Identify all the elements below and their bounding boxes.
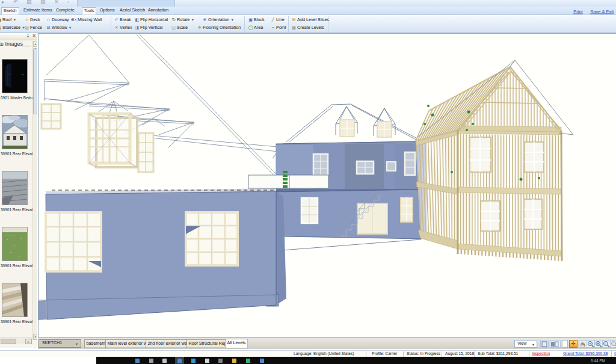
zoom-in-icon[interactable] [594,340,603,348]
scrollbar-thumb[interactable] [33,48,37,114]
pin-icon[interactable]: ↧ [26,33,30,39]
ribbon-button-window[interactable]: ⊟Window▼ [46,25,72,31]
full-view-button[interactable] [540,340,549,348]
ribbon-button-staircase[interactable]: ▤Staircase▼ [0,25,25,31]
horizontal-scrollbar[interactable]: ▸ [0,338,32,344]
status-separator [474,351,475,357]
ribbon-button-block[interactable]: ▣Block [248,17,265,23]
zoom-out-icon[interactable] [587,340,595,348]
thumbnail-label: 30901 Rear Elevati [1,208,36,212]
ribbon-button-scale[interactable]: ◱Scale [171,25,188,31]
ribbon-button-fence[interactable]: ▤Fence [24,25,42,31]
quick-access-toolbar[interactable]: ▸ ↶ ▤ ▥ ✕ ◦ ▽ [2,0,86,5]
scroll-right-icon[interactable]: ▸ [25,339,32,344]
image-thumbnail[interactable] [2,283,28,317]
status-separator [442,351,442,357]
ribbon-button-flip-horizontal[interactable]: ◧Flip Horizontal [134,17,168,23]
status-item: Profile: Carrier [372,351,398,356]
taskbar-clock: 6:44 PM [591,359,605,363]
view-selector[interactable]: View▼ [514,340,537,348]
select-tool-button[interactable]: ✛ [569,340,578,348]
ribbon-button-add-level-slices[interactable]: ⊞Add Level Slices [291,17,329,23]
split-view-button[interactable] [550,340,561,348]
title-bar: ▸ ↶ ▤ ▥ ✕ ◦ ▽ [0,0,616,7]
image-thumbnail[interactable] [2,115,28,149]
taskbar-app-icon[interactable] [218,359,223,363]
tab-complete[interactable]: Complete [54,7,76,14]
pan-tool-icon[interactable] [579,340,587,348]
status-bar: Language: English (United States)Profile… [0,350,616,357]
image-thumbnail[interactable] [2,227,28,261]
ribbon-button-area[interactable]: ◯Area [248,25,263,31]
taskbar-app-icon[interactable] [162,359,167,363]
tab-annotation[interactable]: Annotation [146,7,170,14]
image-thumbnail[interactable] [2,59,28,93]
save-exit-link[interactable]: Save & Exit [590,9,614,14]
image-thumbnail[interactable] [2,171,28,205]
ribbon-button-rotate[interactable]: ↻Rotate▼ [171,17,194,23]
taskbar-app-icon[interactable] [205,359,209,363]
sketch-selector[interactable]: SKETCH1▼ [38,339,81,348]
print-link[interactable]: Print [573,9,582,14]
ribbon-button-flip-vertical[interactable]: ◨Flip Vertical [134,25,162,31]
status-item: Language: English (United States) [294,351,354,356]
thumbnail-label: 30901 Rear Elevati [1,319,36,324]
zoom-selection-icon[interactable] [610,340,616,348]
ribbon-button-deck[interactable]: ⌂Deck [24,17,40,23]
addlevel-icon: ⊞ [291,17,297,22]
ribbon-separator [111,16,111,32]
point-icon: • [270,25,276,30]
scroll-up-icon[interactable]: ▲ [33,41,37,47]
level-tab-all-levels[interactable]: All Levels [225,339,248,348]
ribbon-button-doorway[interactable]: ∩Doorway▼ [46,17,73,23]
scale-icon: ◱ [171,25,176,30]
status-separator [403,351,404,357]
taskbar-app-icon[interactable] [260,359,264,363]
level-tab-main-level-exterior-wa[interactable]: Main level exterior wa [105,339,152,348]
status-separator [366,351,366,357]
vertical-scrollbar[interactable]: ▲ ▼ [32,41,37,340]
ribbon-button-roof[interactable]: ◢Roof▼ [0,17,16,23]
tab-estimate-items[interactable]: Estimate Items [22,7,54,14]
hscrollbar-thumb[interactable] [1,339,16,344]
ribbon-button-line[interactable]: ╱Line [270,17,285,23]
taskbar-app-icon[interactable] [246,359,250,363]
flooring-icon: ❖ [197,25,202,30]
estimate-images-panel: ↧ ✕ Estimate Images 0901 Master Bedro309… [0,33,37,348]
tab-sketch[interactable]: Sketch [1,7,19,14]
taskbar-app-icon[interactable] [135,359,140,363]
tab-tools[interactable]: Tools [82,7,96,14]
ribbon-button-missing-wall[interactable]: 3×Missing Wall [72,17,102,23]
close-icon[interactable]: ✕ [32,33,36,39]
zoom-extents-icon[interactable] [602,340,611,348]
header-links: Print Save & Exit [567,9,614,14]
ribbon-toolbar: ◢Roof▼⌂Deck∩Doorway▼3×Missing Wall↱Break… [0,15,616,33]
app-window: ▸ ↶ ▤ ▥ ✕ ◦ ▽ SketchEstimate ItemsComple… [0,0,616,364]
panel-title: Estimate Images [0,41,37,48]
blank-box[interactable] [562,340,568,348]
ribbon-button-orientation[interactable]: ⊕Orientation▼ [202,17,234,23]
sketch-canvas[interactable] [38,33,616,337]
tab-options[interactable]: Options [98,7,117,14]
taskbar-app-icon[interactable] [177,359,182,363]
level-tab-2nd-floor-exterior-wall[interactable]: 2nd floor exterior wall [146,339,191,348]
taskbar-app-icon[interactable] [149,359,153,363]
ribbon-button-vertex[interactable]: ✕Vertex [114,25,132,31]
contextual-tab-group [77,0,175,7]
deck-icon: ⌂ [24,17,29,22]
ribbon-button-flooring-orientation[interactable]: ❖Flooring Orientation [197,25,241,31]
inspection-link[interactable]: Inspection [532,351,550,356]
ribbon-button-break[interactable]: ↱Break [114,17,131,23]
title-rule [22,46,31,46]
tab-aerial-sketch[interactable]: Aerial Sketch [118,7,147,14]
scroll-down-icon[interactable]: ▼ [33,334,37,340]
taskbar-app-icon[interactable] [232,359,236,363]
grand-total-link[interactable]: Grand Total: $396,300.38 [563,351,608,356]
ribbon-button-point[interactable]: •Point [270,25,286,31]
taskbar-app-icon[interactable] [191,359,196,363]
ribbon-separator [288,16,289,32]
ribbon-separator [328,16,328,32]
level-tab-basement[interactable]: basement [84,339,108,348]
ribbon-button-create-levels[interactable]: ▦Create Levels [291,25,324,31]
windows-taskbar[interactable]: 6:44 PM [96,357,616,364]
